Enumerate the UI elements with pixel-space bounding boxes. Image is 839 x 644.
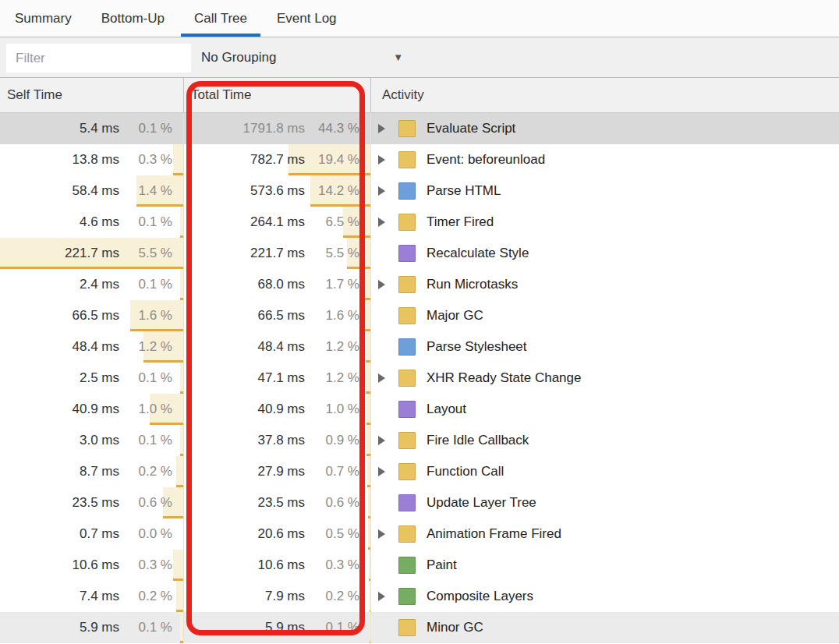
dropdown-caret-icon: ▼	[393, 51, 403, 63]
table-row[interactable]: 58.4 ms1.4 %573.6 ms14.2 %Parse HTML	[0, 175, 839, 207]
tab-label: Event Log	[277, 11, 337, 27]
grid-header: Self Time Total Time Activity	[0, 78, 839, 113]
total-time-pct: 5.5 %	[305, 246, 370, 261]
table-row[interactable]: 2.5 ms0.1 %47.1 ms1.2 %XHR Ready State C…	[0, 363, 839, 394]
activity-cell: Timer Fired	[371, 207, 839, 238]
table-row[interactable]: 5.9 ms0.1 %5.9 ms0.1 %Minor GC	[0, 612, 839, 643]
scripting-category-icon	[398, 276, 416, 293]
performance-panel: Summary Bottom-Up Call Tree Event Log No…	[0, 0, 839, 644]
total-time-ms: 68.0 ms	[184, 277, 305, 292]
total-time-pct: 19.4 %	[305, 152, 370, 168]
activity-cell: Fire Idle Callback	[371, 425, 839, 456]
expand-arrow-icon[interactable]	[378, 436, 391, 445]
self-time-pct: 0.2 %	[119, 589, 183, 604]
self-time-pct: 0.3 %	[119, 152, 183, 168]
activity-label: Paint	[427, 557, 457, 573]
table-row[interactable]: 2.4 ms0.1 %68.0 ms1.7 %Run Microtasks	[0, 269, 839, 300]
column-header-self-time[interactable]: Self Time	[0, 78, 184, 112]
self-time-pct: 1.2 %	[119, 339, 183, 355]
triangle-glyph	[378, 218, 385, 227]
self-time-pct: 0.1 %	[119, 370, 183, 386]
tab-summary[interactable]: Summary	[0, 0, 87, 37]
self-time-ms: 13.8 ms	[0, 152, 119, 168]
total-time-pct: 1.6 %	[305, 308, 370, 324]
column-header-label: Self Time	[7, 87, 62, 103]
grouping-select[interactable]: No Grouping ▼	[201, 37, 403, 77]
tab-event-log[interactable]: Event Log	[262, 0, 352, 37]
scripting-category-icon	[398, 151, 416, 168]
expand-arrow-icon[interactable]	[378, 186, 391, 196]
self-time-cell: 4.6 ms0.1 %	[0, 207, 184, 238]
total-time-ms: 37.8 ms	[184, 433, 305, 448]
self-time-ms: 23.5 ms	[0, 495, 119, 511]
self-time-pct: 0.1 %	[119, 433, 183, 448]
table-row[interactable]: 23.5 ms0.6 %23.5 ms0.6 %Update Layer Tre…	[0, 487, 839, 518]
total-time-cell: 27.9 ms0.7 %	[184, 456, 371, 487]
total-time-pct: 1.2 %	[305, 370, 370, 386]
activity-label: Animation Frame Fired	[427, 526, 561, 542]
self-time-cell: 13.8 ms0.3 %	[0, 144, 184, 175]
table-row[interactable]: 13.8 ms0.3 %782.7 ms19.4 %Event: beforeu…	[0, 144, 839, 175]
table-row[interactable]: 3.0 ms0.1 %37.8 ms0.9 %Fire Idle Callbac…	[0, 425, 839, 456]
table-row[interactable]: 4.6 ms0.1 %264.1 ms6.5 %Timer Fired	[0, 207, 839, 238]
expand-arrow-icon[interactable]	[378, 155, 391, 165]
expand-arrow-icon[interactable]	[378, 373, 391, 383]
total-time-cell: 23.5 ms0.6 %	[184, 487, 371, 518]
total-time-ms: 1791.8 ms	[184, 121, 305, 136]
self-time-pct: 0.3 %	[119, 557, 183, 573]
activity-label: Evaluate Script	[427, 121, 515, 136]
filter-input[interactable]	[6, 44, 191, 73]
total-time-cell: 68.0 ms1.7 %	[184, 269, 371, 300]
loading-category-icon	[398, 338, 416, 356]
expand-arrow-icon[interactable]	[378, 280, 391, 289]
table-row[interactable]: 5.4 ms0.1 %1791.8 ms44.3 %Evaluate Scrip…	[0, 113, 839, 144]
total-time-cell: 5.9 ms0.1 %	[184, 612, 371, 643]
tab-call-tree[interactable]: Call Tree	[179, 0, 262, 37]
total-time-cell: 47.1 ms1.2 %	[184, 363, 371, 394]
total-time-pct: 0.9 %	[305, 433, 370, 448]
table-row[interactable]: 7.4 ms0.2 %7.9 ms0.2 %Composite Layers	[0, 581, 839, 612]
scripting-category-icon	[398, 619, 416, 636]
expand-arrow-icon[interactable]	[378, 529, 391, 539]
self-time-pct: 0.1 %	[119, 214, 183, 230]
total-time-pct: 44.3 %	[305, 121, 370, 136]
self-time-ms: 66.5 ms	[0, 308, 119, 324]
activity-cell: XHR Ready State Change	[371, 363, 839, 394]
grouping-value: No Grouping	[201, 50, 276, 65]
table-row[interactable]: 221.7 ms5.5 %221.7 ms5.5 %Recalculate St…	[0, 238, 839, 269]
total-time-ms: 264.1 ms	[184, 214, 305, 230]
total-time-pct: 6.5 %	[305, 214, 370, 230]
column-header-total-time[interactable]: Total Time	[184, 78, 371, 112]
column-header-activity[interactable]: Activity	[371, 78, 839, 112]
self-time-pct: 0.6 %	[119, 495, 183, 511]
self-time-pct: 0.1 %	[119, 620, 183, 635]
scripting-category-icon	[398, 370, 416, 387]
total-time-cell: 7.9 ms0.2 %	[184, 581, 371, 612]
self-time-cell: 66.5 ms1.6 %	[0, 300, 184, 331]
activity-label: Parse HTML	[427, 183, 501, 199]
activity-cell: Layout	[371, 394, 839, 425]
self-time-pct: 1.6 %	[119, 308, 183, 324]
table-row[interactable]: 10.6 ms0.3 %10.6 ms0.3 %Paint	[0, 550, 839, 581]
total-time-ms: 48.4 ms	[184, 339, 305, 355]
total-time-pct: 0.6 %	[305, 495, 370, 511]
expand-arrow-icon[interactable]	[378, 592, 391, 601]
rendering-category-icon	[398, 401, 416, 418]
expand-arrow-icon[interactable]	[378, 124, 391, 133]
activity-cell: Recalculate Style	[371, 238, 839, 269]
self-time-pct: 1.4 %	[119, 183, 183, 199]
table-row[interactable]: 0.7 ms0.0 %20.6 ms0.5 %Animation Frame F…	[0, 518, 839, 550]
table-row[interactable]: 66.5 ms1.6 %66.5 ms1.6 %Major GC	[0, 300, 839, 331]
table-row[interactable]: 40.9 ms1.0 %40.9 ms1.0 %Layout	[0, 394, 839, 425]
expand-arrow-icon[interactable]	[378, 467, 391, 476]
table-row[interactable]: 48.4 ms1.2 %48.4 ms1.2 %Parse Stylesheet	[0, 331, 839, 363]
self-time-ms: 221.7 ms	[0, 246, 119, 261]
rendering-category-icon	[398, 245, 416, 262]
expand-arrow-icon[interactable]	[378, 218, 391, 227]
activity-label: Fire Idle Callback	[427, 433, 529, 448]
self-time-ms: 40.9 ms	[0, 402, 119, 417]
tab-bottom-up[interactable]: Bottom-Up	[87, 0, 179, 37]
activity-cell: Update Layer Tree	[371, 487, 839, 518]
table-row[interactable]: 8.7 ms0.2 %27.9 ms0.7 %Function Call	[0, 456, 839, 487]
self-time-pct: 0.0 %	[119, 526, 183, 542]
